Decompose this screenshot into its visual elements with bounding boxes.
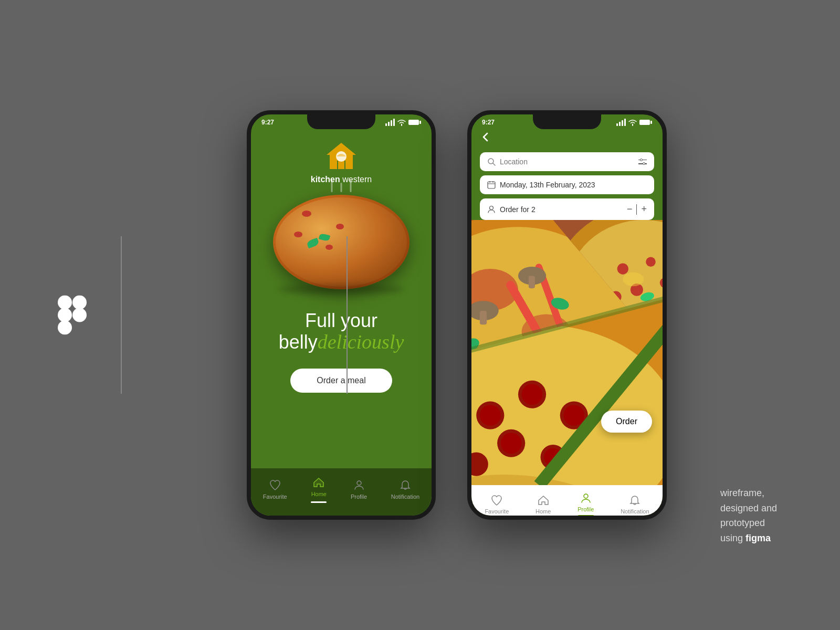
svg-point-4 [72,308,87,322]
order-for-label: Order for 2 [500,205,536,214]
location-search-field[interactable] [480,152,654,171]
nav-item-home-1[interactable]: Home [311,476,327,503]
nav-item-notification-1[interactable]: Notification [391,479,419,500]
pizza-circle [273,195,410,289]
watermark-line1: wireframe, [720,488,764,498]
svg-rect-11 [639,120,650,125]
figma-logo-area [58,296,87,335]
svg-rect-32 [480,311,487,325]
bell-icon [399,479,412,491]
home-icon-2 [537,494,550,507]
hero-line1: Full your [305,310,377,331]
nav-item-favourite-1[interactable]: Favourite [263,479,287,500]
figma-icon [58,296,87,335]
nav-label-notification-2: Notification [621,508,649,514]
date-field[interactable]: Monday, 13th February, 2023 [480,175,654,194]
svg-rect-8 [338,161,344,169]
home-icon [312,476,325,489]
calendar-icon [487,181,496,189]
order-meal-button[interactable]: Order a meal [290,369,392,393]
back-button[interactable] [480,131,491,146]
left-divider [121,236,122,394]
pizza-mosaic-area: Order [471,220,663,485]
nav-label-favourite-1: Favourite [263,494,287,500]
svg-rect-5 [408,120,419,125]
svg-point-10 [357,481,361,485]
phone2-bottom-nav: Favourite Home Profile [471,485,663,520]
location-input[interactable] [500,158,634,166]
nav-label-home-1: Home [311,491,327,497]
svg-point-63 [584,494,588,498]
svg-point-57 [501,433,522,454]
nav-label-profile-2: Profile [578,506,594,512]
pizza-mosaic-svg [471,220,663,485]
signal-icon-2 [616,119,626,126]
person-icon-3 [580,492,592,505]
watermark-line2: designed and [720,503,777,513]
nav-item-favourite-2[interactable]: Favourite [485,494,509,514]
nav-active-indicator-2 [578,515,594,517]
svg-point-53 [522,384,543,405]
nav-item-notification-2[interactable]: Notification [621,494,649,514]
quantity-controls[interactable]: − + [627,204,647,215]
nav-label-home-2: Home [536,508,551,514]
canvas: 9:27 [0,0,840,630]
phone-1-content: kitchen western [251,126,432,398]
app-logo: kitchen western [311,142,372,184]
svg-rect-12 [650,121,652,124]
watermark-text: wireframe, designed and prototyped using… [720,486,777,546]
date-value: Monday, 13th February, 2023 [500,181,595,189]
phone-notch-2 [533,114,601,129]
filter-icon[interactable] [638,160,647,164]
nav-label-favourite-2: Favourite [485,508,509,514]
svg-rect-15 [488,182,495,188]
status-time-1: 9:27 [261,119,274,126]
svg-point-55 [563,405,584,426]
steam-effect [331,179,352,192]
svg-point-42 [646,257,656,267]
plus-button[interactable]: + [641,204,647,215]
p2-controls: Monday, 13th February, 2023 Order for 2 … [471,126,663,220]
order-for-field[interactable]: Order for 2 − + [480,198,654,220]
svg-rect-34 [529,276,535,288]
status-icons-1 [385,119,421,126]
search-icon [487,158,496,166]
phone-1: 9:27 [247,110,436,520]
watermark-line3: prototyped [720,518,765,528]
battery-icon [408,119,421,125]
svg-point-46 [623,272,644,287]
minus-button[interactable]: − [627,204,633,215]
nav-label-profile-1: Profile [351,494,367,500]
nav-label-notification-1: Notification [391,494,419,500]
watermark-figma: figma [746,533,771,543]
heart-icon-2 [490,494,503,507]
middle-divider [346,236,348,394]
svg-rect-2 [58,321,72,335]
signal-icon [385,119,395,126]
hero-heading: Full your bellydeliciously [279,310,404,353]
phone-notch-1 [307,114,375,129]
svg-point-51 [480,405,501,426]
phone1-bottom-nav: Favourite Home Profile [251,468,432,516]
phone-2-content: Monday, 13th February, 2023 Order for 2 … [471,126,663,520]
back-chevron-icon [480,131,491,143]
svg-point-19 [490,206,494,209]
phone-2: 9:27 [467,110,667,520]
order-float-button[interactable]: Order [601,411,652,433]
wifi-icon-2 [628,119,637,126]
nav-item-profile-1[interactable]: Profile [351,479,367,500]
nav-item-home-2[interactable]: Home [536,494,551,514]
person-icon-2 [487,205,496,214]
person-icon [353,479,365,491]
pizza-image [268,195,415,300]
svg-line-14 [493,163,495,165]
watermark-line4-prefix: using [720,533,746,543]
svg-rect-1 [58,308,72,322]
heart-icon [269,479,281,491]
status-icons-2 [616,119,652,126]
battery-icon-2 [639,119,652,125]
hero-deliciously: deliciously [318,331,404,353]
kitchen-western-logo-icon [326,142,357,171]
nav-item-profile-2[interactable]: Profile [578,492,594,517]
hero-text: Full your bellydeliciously [279,310,404,353]
